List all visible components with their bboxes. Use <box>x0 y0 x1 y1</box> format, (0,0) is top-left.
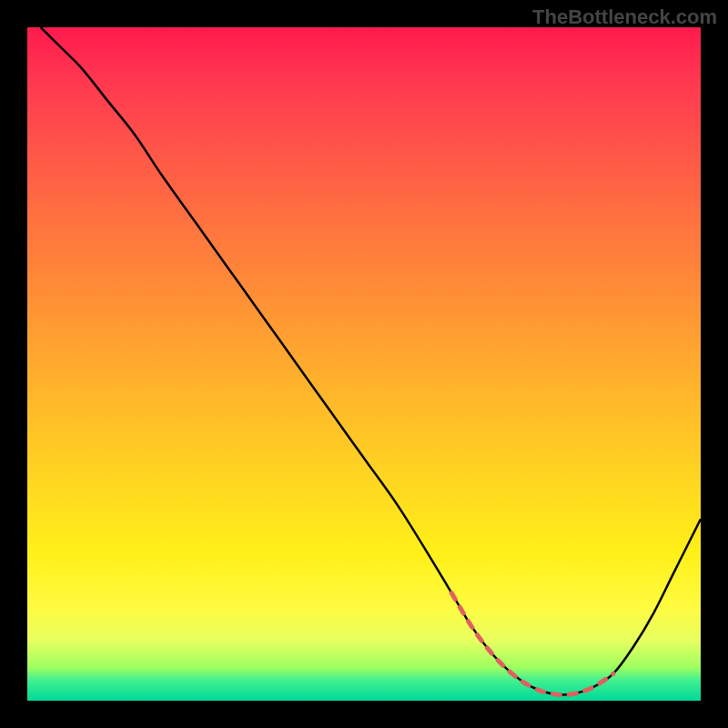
chart-plot-area <box>27 27 701 701</box>
bottleneck-curve <box>41 27 701 695</box>
watermark: TheBottleneck.com <box>532 5 717 29</box>
chart-svg <box>27 27 701 701</box>
optimal-mark <box>451 593 613 695</box>
